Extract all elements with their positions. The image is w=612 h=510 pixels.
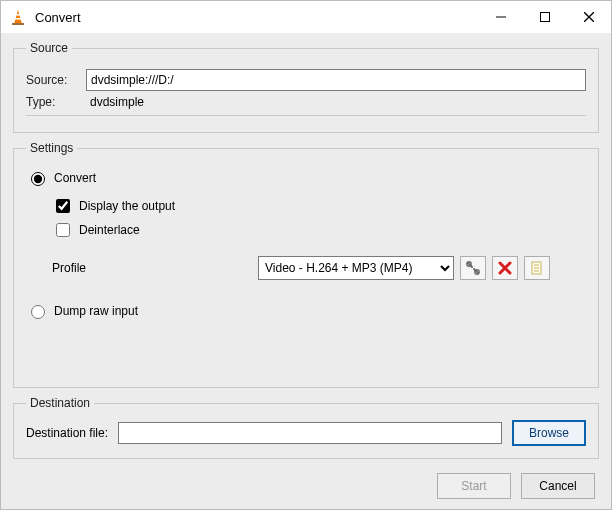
convert-radio-label: Convert: [54, 171, 96, 185]
browse-button[interactable]: Browse: [512, 420, 586, 446]
dialog-footer: Start Cancel: [13, 467, 599, 499]
type-label: Type:: [26, 95, 78, 109]
source-legend: Source: [26, 41, 72, 55]
destination-file-label: Destination file:: [26, 426, 108, 440]
source-input[interactable]: [86, 69, 586, 91]
destination-legend: Destination: [26, 396, 94, 410]
new-document-icon: [529, 260, 545, 276]
edit-profile-button[interactable]: [460, 256, 486, 280]
svg-rect-2: [15, 18, 22, 20]
dump-raw-radio-input[interactable]: [31, 305, 45, 319]
new-profile-button[interactable]: [524, 256, 550, 280]
delete-x-icon: [498, 261, 512, 275]
cancel-button[interactable]: Cancel: [521, 473, 595, 499]
convert-radio[interactable]: Convert: [26, 169, 96, 186]
deinterlace-label: Deinterlace: [79, 223, 140, 237]
svg-marker-0: [14, 10, 22, 24]
destination-file-input[interactable]: [118, 422, 502, 444]
source-group: Source Source: Type: dvdsimple: [13, 41, 599, 133]
maximize-button[interactable]: [523, 1, 567, 33]
source-label: Source:: [26, 73, 78, 87]
window-title: Convert: [35, 10, 479, 25]
settings-legend: Settings: [26, 141, 77, 155]
close-button[interactable]: [567, 1, 611, 33]
start-button[interactable]: Start: [437, 473, 511, 499]
delete-profile-button[interactable]: [492, 256, 518, 280]
vlc-cone-icon: [9, 8, 27, 26]
svg-rect-1: [15, 14, 20, 16]
titlebar: Convert: [1, 1, 611, 33]
minimize-button[interactable]: [479, 1, 523, 33]
deinterlace-checkbox[interactable]: Deinterlace: [52, 220, 140, 240]
deinterlace-checkbox-input[interactable]: [56, 223, 70, 237]
dump-raw-radio[interactable]: Dump raw input: [26, 302, 138, 319]
dump-raw-label: Dump raw input: [54, 304, 138, 318]
wrench-icon: [465, 260, 481, 276]
settings-group: Settings Convert Display the output Dein…: [13, 141, 599, 388]
profile-label: Profile: [52, 261, 252, 275]
convert-dialog: Convert Source Source: Type: dvdsimple: [0, 0, 612, 510]
type-value: dvdsimple: [90, 95, 144, 109]
close-icon: [584, 12, 594, 22]
svg-rect-5: [541, 13, 550, 22]
svg-rect-3: [12, 23, 24, 25]
convert-radio-input[interactable]: [31, 172, 45, 186]
display-output-checkbox[interactable]: Display the output: [52, 196, 175, 216]
display-output-label: Display the output: [79, 199, 175, 213]
profile-select[interactable]: Video - H.264 + MP3 (MP4): [258, 256, 454, 280]
client-area: Source Source: Type: dvdsimple Settings …: [1, 33, 611, 509]
minimize-icon: [496, 12, 506, 22]
maximize-icon: [540, 12, 550, 22]
display-output-checkbox-input[interactable]: [56, 199, 70, 213]
destination-group: Destination Destination file: Browse: [13, 396, 599, 459]
